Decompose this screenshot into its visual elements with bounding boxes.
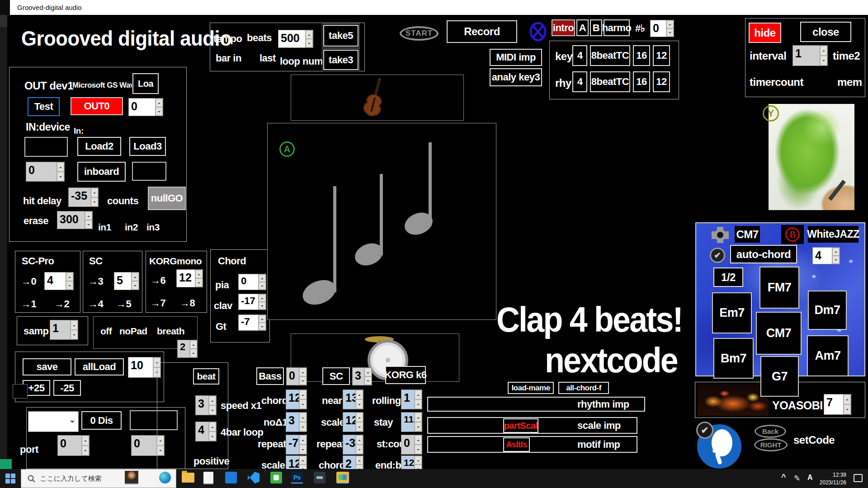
taskbar-app-blue[interactable] <box>225 472 237 483</box>
spinner-arrows[interactable] <box>81 436 89 455</box>
taskbar-app-dark[interactable] <box>314 472 326 483</box>
beat-speed-spinner[interactable]: 3 <box>195 395 217 415</box>
spinner-arrows[interactable] <box>820 46 827 66</box>
spinner-up-icon[interactable] <box>415 456 422 465</box>
close-button[interactable]: close <box>800 22 851 42</box>
am7-button[interactable]: Am7 <box>807 335 849 376</box>
spinner-up-icon[interactable] <box>82 436 89 446</box>
take3-button[interactable]: take3 <box>323 50 359 70</box>
start-button[interactable]: START <box>400 26 439 41</box>
korgmono-spinner[interactable]: 12 <box>176 269 203 287</box>
save-button[interactable]: save <box>23 358 71 375</box>
half-button[interactable]: 1/2 <box>713 267 743 287</box>
spinner-down-icon[interactable] <box>299 399 307 409</box>
check-circle-icon[interactable]: ✔ <box>710 248 725 263</box>
tray-clock[interactable]: 12:39 2023/11/26 <box>816 471 846 487</box>
hit-delay-spinner[interactable]: -35 <box>68 188 99 207</box>
sc-r4[interactable]: →4 <box>88 299 103 309</box>
spinner-up-icon[interactable] <box>364 368 372 376</box>
korgmono-r8[interactable]: →8 <box>180 298 195 308</box>
spinner-down-icon[interactable] <box>415 445 422 454</box>
spinner-down-icon[interactable] <box>415 422 422 432</box>
spinner-up-icon[interactable] <box>66 272 73 281</box>
samp-spinner[interactable]: 1 <box>50 320 78 340</box>
spinner-down-icon[interactable] <box>306 39 313 47</box>
scpro-r0[interactable]: →0 <box>21 277 36 286</box>
key-4-button[interactable]: 4 <box>572 45 587 66</box>
minus25-button[interactable]: -25 <box>53 380 81 396</box>
spinner-up-icon[interactable] <box>85 211 92 220</box>
breath-label[interactable]: breath <box>157 326 184 336</box>
spinner-up-icon[interactable] <box>91 188 98 197</box>
out-spinner[interactable]: 0 <box>128 98 163 116</box>
spinner-arrows[interactable] <box>189 340 197 357</box>
load-mame-button[interactable]: load-mame <box>508 382 554 394</box>
spinner-down-icon[interactable] <box>299 422 307 432</box>
spinner-arrows[interactable] <box>258 294 266 310</box>
gt-spinner[interactable]: -7 <box>238 314 266 331</box>
spinner-arrows[interactable] <box>843 394 851 414</box>
sc2-scale-spinner[interactable]: 12 <box>343 412 363 432</box>
test-button[interactable]: Test <box>28 97 60 116</box>
key-16-button[interactable]: 16 <box>633 45 650 66</box>
tray-pen-icon[interactable]: ✎ <box>794 474 800 483</box>
x-circle-icon[interactable] <box>529 22 547 42</box>
motif-imp-bar[interactable]: motif imp <box>427 436 637 453</box>
spinner-arrows[interactable] <box>832 248 840 264</box>
tray-ime-indicator[interactable]: A <box>807 474 813 482</box>
spinner-down-icon[interactable] <box>844 404 851 414</box>
spinner-arrows[interactable] <box>57 162 64 181</box>
spinner-arrows[interactable] <box>131 272 139 290</box>
bass-top-spinner[interactable]: 0 <box>286 367 307 385</box>
spinner-down-icon[interactable] <box>299 376 307 385</box>
harmo-button[interactable]: harmo <box>604 19 630 36</box>
all-chord-f-button[interactable]: all-chord-f <box>558 382 609 394</box>
rhythm-imp-bar[interactable]: rhythm imp <box>427 397 645 412</box>
spinner-down-icon[interactable] <box>820 56 827 66</box>
spinner-arrows[interactable] <box>364 368 372 385</box>
hide-button[interactable]: hide <box>749 23 781 43</box>
intro-button[interactable]: intro <box>552 19 575 36</box>
spinner-arrows[interactable] <box>85 211 92 229</box>
taskbar-app-person[interactable] <box>125 471 138 484</box>
g7-button[interactable]: G7 <box>760 356 799 397</box>
y-circle-icon[interactable]: Y <box>763 105 779 122</box>
sc2-near-spinner[interactable]: 13 <box>343 389 363 409</box>
korg-k6-button[interactable]: KORG k6 <box>385 366 426 384</box>
partscal-button[interactable]: partScal <box>503 418 538 433</box>
breath-spinner[interactable]: 2 <box>177 340 198 358</box>
in-device-box[interactable] <box>24 137 68 157</box>
right-button[interactable]: RIGHT <box>754 438 788 451</box>
spinner-down-icon[interactable] <box>85 220 92 229</box>
spinner-arrows[interactable] <box>299 435 307 454</box>
yoasobi-spinner[interactable]: 7 <box>824 394 851 415</box>
auto-chord-button[interactable]: auto-chord <box>730 245 797 263</box>
spinner-arrows[interactable] <box>70 320 78 339</box>
spinner-down-icon[interactable] <box>666 28 674 37</box>
record-button[interactable]: Record <box>447 20 517 43</box>
spinner-down-icon[interactable] <box>190 349 197 357</box>
spinner-down-icon[interactable] <box>364 376 372 385</box>
load2-button[interactable]: Load2 <box>77 137 121 156</box>
spinner-arrows[interactable] <box>414 390 422 409</box>
taskbar-app-doc[interactable] <box>203 472 213 484</box>
check-circle-icon-2[interactable]: ✔ <box>696 422 713 439</box>
beat-button[interactable]: beat <box>193 368 219 385</box>
spinner-up-icon[interactable] <box>259 274 266 282</box>
spinner-up-icon[interactable] <box>299 413 307 422</box>
pia-spinner[interactable]: 0 <box>238 274 266 290</box>
korgmono-r6[interactable]: →6 <box>151 276 165 286</box>
taskbar-app-folder[interactable] <box>182 473 194 483</box>
a-circle-icon[interactable]: A <box>279 141 295 157</box>
spinner-down-icon[interactable] <box>209 432 216 441</box>
korg-stay-spinner[interactable]: 113 <box>401 412 422 432</box>
taskbar-app-edge[interactable] <box>159 472 171 483</box>
allload-button[interactable]: allLoad <box>75 358 124 375</box>
spinner-down-icon[interactable] <box>832 256 840 264</box>
spinner-up-icon[interactable] <box>356 435 363 445</box>
spinner-up-icon[interactable] <box>844 394 851 404</box>
key-12-button[interactable]: 12 <box>653 45 670 66</box>
port-spinner-1[interactable]: 0 <box>57 435 90 456</box>
spinner-up-icon[interactable] <box>190 340 197 349</box>
dis-button[interactable]: 0 Dis <box>81 411 122 430</box>
